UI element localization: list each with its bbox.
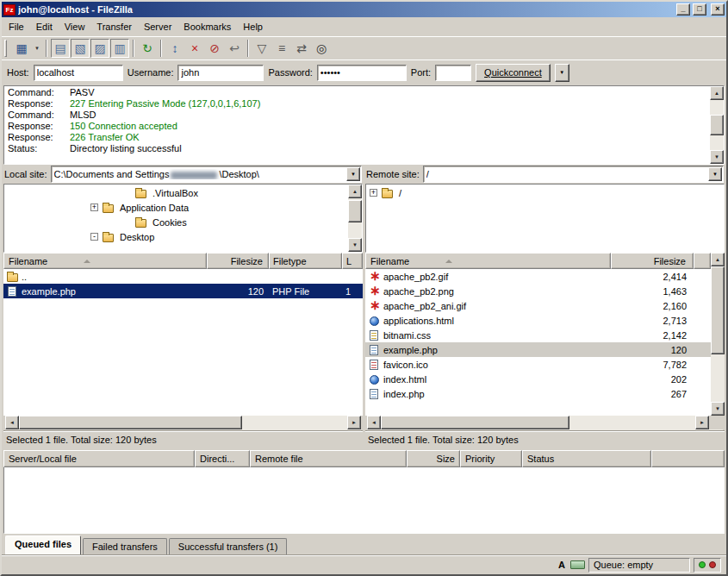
tree-item[interactable]: .VirtualBox <box>4 185 348 200</box>
remote-list-scrollbar[interactable]: ▲ ▼ <box>711 253 725 416</box>
password-input[interactable] <box>317 65 407 81</box>
scroll-down-icon[interactable]: ▼ <box>710 150 724 164</box>
tab-failed-transfers[interactable]: Failed transfers <box>83 538 167 554</box>
tree-item[interactable]: + Application Data <box>4 200 348 215</box>
filename: bitnami.css <box>383 330 431 341</box>
process-queue-icon[interactable]: ↕ <box>165 39 184 58</box>
file-row[interactable]: index.php 267 <box>365 386 711 401</box>
scroll-up-icon[interactable]: ▲ <box>710 86 724 100</box>
file-row[interactable]: example.php 120 <box>365 342 711 357</box>
scroll-down-icon[interactable]: ▼ <box>348 238 362 252</box>
minimize-button[interactable]: _ <box>676 3 690 16</box>
column-header-server-local-file[interactable]: Server/Local file <box>3 450 195 467</box>
file-row[interactable]: index.html 202 <box>365 372 711 386</box>
reconnect-icon[interactable]: ↩ <box>225 39 244 58</box>
remote-treeview-toggle-icon[interactable]: ▨ <box>90 39 109 58</box>
column-header-filetype[interactable]: Filetype <box>269 253 342 269</box>
local-site-combo[interactable]: C:\Documents and Settings\Desktop\ ▼ <box>51 166 362 183</box>
menu-view[interactable]: View <box>59 18 91 35</box>
local-treeview-toggle-icon[interactable]: ▧ <box>71 39 90 58</box>
file-row[interactable]: apache_pb2_ani.gif 2,160 <box>365 298 711 313</box>
remote-site-combo[interactable]: / ▼ <box>423 166 724 183</box>
cancel-icon[interactable]: × <box>185 39 204 58</box>
column-header-filesize[interactable]: Filesize <box>611 253 694 269</box>
combo-dropdown-icon[interactable]: ▼ <box>346 167 360 181</box>
tree-expander-icon[interactable]: - <box>90 233 98 241</box>
scroll-left-icon[interactable]: ◄ <box>367 416 381 429</box>
menu-server[interactable]: Server <box>138 18 177 35</box>
remote-list-hscrollbar[interactable]: ◄ ► <box>367 416 723 430</box>
local-tree-scrollbar[interactable]: ▲ ▼ <box>348 185 362 252</box>
file-row[interactable]: example.php 120 PHP File 1 <box>3 284 363 298</box>
file-row[interactable]: .. <box>3 269 363 284</box>
scroll-thumb[interactable] <box>19 416 242 429</box>
filesize: 2,160 <box>611 301 694 311</box>
synchronized-browsing-icon[interactable]: ⇄ <box>292 39 311 58</box>
titlebar[interactable]: Fz john@localhost - FileZilla _ □ × <box>2 2 726 17</box>
column-header-filename[interactable]: Filename <box>3 253 207 269</box>
file-row[interactable]: apache_pb2.png 1,463 <box>365 284 711 298</box>
scroll-down-icon[interactable]: ▼ <box>711 402 725 416</box>
file-row[interactable]: favicon.ico 7,782 <box>365 357 711 372</box>
activity-led-panel <box>694 558 721 573</box>
port-input[interactable] <box>435 65 471 81</box>
toolbar-grip-handle[interactable] <box>4 40 7 57</box>
column-header-filesize[interactable]: Filesize <box>207 253 269 269</box>
tree-item-label: Application Data <box>120 203 189 213</box>
combo-dropdown-icon[interactable]: ▼ <box>708 167 722 181</box>
maximize-button[interactable]: □ <box>693 3 706 16</box>
column-header-status[interactable]: Status <box>522 450 651 467</box>
column-header-lastmodified[interactable]: L <box>342 253 363 269</box>
scroll-up-icon[interactable]: ▲ <box>348 185 362 198</box>
host-input[interactable] <box>34 65 123 81</box>
scroll-thumb[interactable] <box>710 115 724 135</box>
directory-comparison-icon[interactable]: ≡ <box>272 39 291 58</box>
tree-item[interactable]: Cookies <box>4 215 348 229</box>
scroll-left-icon[interactable]: ◄ <box>5 416 19 429</box>
menu-help[interactable]: Help <box>237 18 269 35</box>
scroll-right-icon[interactable]: ► <box>695 416 709 429</box>
column-header-priority[interactable]: Priority <box>460 450 522 467</box>
file-row[interactable]: apache_pb2.gif 2,414 <box>365 269 711 284</box>
scroll-thumb[interactable] <box>348 200 362 222</box>
column-header-size[interactable]: Size <box>407 450 460 467</box>
tab-successful-transfers[interactable]: Successful transfers (1) <box>169 538 288 554</box>
tree-item-label: Desktop <box>120 232 154 242</box>
host-label: Host: <box>7 67 29 78</box>
menu-bookmarks[interactable]: Bookmarks <box>177 18 237 35</box>
filter-icon[interactable]: ▽ <box>252 39 271 58</box>
file-row[interactable]: bitnami.css 2,142 <box>365 328 711 342</box>
scroll-thumb[interactable] <box>711 266 725 354</box>
transfer-queue-toggle-icon[interactable]: ▥ <box>110 39 129 58</box>
message-log-lines: Command: PASV Response: 227 Entering Pas… <box>4 86 710 164</box>
quickconnect-bar: Host: Username: Password: Port: Quickcon… <box>2 59 726 85</box>
scroll-up-icon[interactable]: ▲ <box>711 253 725 266</box>
tree-item[interactable]: + / <box>366 185 724 200</box>
disconnect-icon[interactable]: ⊘ <box>205 39 224 58</box>
tab-queued-files[interactable]: Queued files <box>5 535 81 554</box>
local-list-hscrollbar[interactable]: ◄ ► <box>5 416 361 430</box>
menu-file[interactable]: File <box>3 18 30 35</box>
site-manager-icon[interactable]: ▦ <box>12 39 31 58</box>
username-input[interactable] <box>177 65 264 81</box>
message-log-toggle-icon[interactable]: ▤ <box>51 39 70 58</box>
column-header-direction[interactable]: Directi... <box>195 450 250 467</box>
log-scrollbar[interactable]: ▲ ▼ <box>710 86 724 164</box>
scroll-thumb[interactable] <box>381 416 569 429</box>
tree-item[interactable]: - Desktop <box>4 229 348 244</box>
tree-expander-icon[interactable]: + <box>90 203 98 211</box>
find-files-icon[interactable]: ◎ <box>312 39 331 58</box>
scroll-right-icon[interactable]: ► <box>347 416 361 429</box>
column-header-filename[interactable]: Filename <box>365 253 611 269</box>
quickconnect-dropdown-icon[interactable]: ▼ <box>555 64 569 82</box>
tree-expander-icon[interactable]: + <box>370 189 377 197</box>
quickconnect-button[interactable]: Quickconnect <box>476 64 551 82</box>
menu-edit[interactable]: Edit <box>30 18 59 35</box>
close-button[interactable]: × <box>711 3 725 16</box>
menu-transfer[interactable]: Transfer <box>90 18 138 35</box>
folder-icon <box>7 273 18 282</box>
site-manager-dropdown-icon[interactable]: ▼ <box>32 39 42 58</box>
refresh-icon[interactable]: ↻ <box>138 39 157 58</box>
column-header-remote-file[interactable]: Remote file <box>250 450 407 467</box>
file-row[interactable]: applications.html 2,713 <box>365 313 711 328</box>
